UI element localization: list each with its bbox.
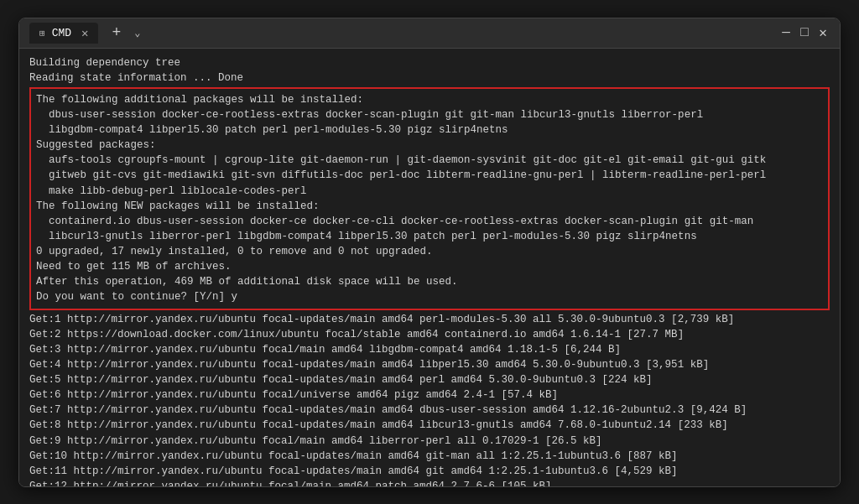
download-line: Get:3 http://mirror.yandex.ru/ubuntu foc… <box>29 342 830 357</box>
pre-box-lines: Building dependency tree Reading state i… <box>29 55 830 86</box>
tab-title: CMD <box>52 27 71 39</box>
box-line: The following NEW packages will be insta… <box>36 199 823 214</box>
box-line: containerd.io dbus-user-session docker-c… <box>36 214 823 229</box>
download-line: Get:8 http://mirror.yandex.ru/ubuntu foc… <box>29 418 830 433</box>
line-2: Reading state information ... Done <box>29 70 830 86</box>
download-line: Get:10 http://mirror.yandex.ru/ubuntu fo… <box>29 449 830 464</box>
box-line: 0 upgraded, 17 newly installed, 0 to rem… <box>36 244 823 259</box>
window-controls: — □ ✕ <box>779 28 830 38</box>
tab-close-button[interactable]: ✕ <box>81 26 88 40</box>
titlebar: ⊞ CMD ✕ + ⌄ — □ ✕ <box>19 18 840 49</box>
download-line: Get:2 https://download.docker.com/linux/… <box>29 327 830 342</box>
download-line: Get:9 http://mirror.yandex.ru/ubuntu foc… <box>29 434 830 449</box>
box-line: The following additional packages will b… <box>36 92 823 107</box>
download-line: Get:6 http://mirror.yandex.ru/ubuntu foc… <box>29 387 830 403</box>
box-line: aufs-tools cgroupfs-mount | cgroup-lite … <box>36 153 823 168</box>
download-line: Get:1 http://mirror.yandex.ru/ubuntu foc… <box>29 312 830 327</box>
box-line: Need to get 115 MB of archives. <box>36 259 823 274</box>
download-line: Get:11 http://mirror.yandex.ru/ubuntu fo… <box>29 464 830 479</box>
box-line: libcurl3-gnutls liberror-perl libgdbm-co… <box>36 229 823 244</box>
download-line: Get:5 http://mirror.yandex.ru/ubuntu foc… <box>29 372 830 387</box>
terminal-window: ⊞ CMD ✕ + ⌄ — □ ✕ Building dependency tr… <box>18 18 841 487</box>
close-button[interactable]: ✕ <box>816 28 830 38</box>
tab-dropdown-button[interactable]: ⌄ <box>134 27 140 39</box>
package-info-box: The following additional packages will b… <box>29 87 830 310</box>
line-1: Building dependency tree <box>29 55 830 70</box>
download-line: Get:4 http://mirror.yandex.ru/ubuntu foc… <box>29 357 830 372</box>
box-line: dbus-user-session docker-ce-rootless-ext… <box>36 107 823 122</box>
box-line: libgdbm-compat4 libperl5.30 patch perl p… <box>36 122 823 138</box>
box-line: gitweb git-cvs git-mediawiki git-svn dif… <box>36 168 823 183</box>
minimize-button[interactable]: — <box>779 28 793 38</box>
active-tab[interactable]: ⊞ CMD ✕ <box>29 23 98 44</box>
download-lines: Get:1 http://mirror.yandex.ru/ubuntu foc… <box>29 312 830 486</box>
new-tab-button[interactable]: + <box>107 24 126 41</box>
terminal-body: Building dependency tree Reading state i… <box>19 49 840 486</box>
box-line: make libb-debug-perl liblocale-codes-per… <box>36 184 823 199</box>
box-lines: The following additional packages will b… <box>36 92 823 305</box>
download-line: Get:12 http://mirror.yandex.ru/ubuntu fo… <box>29 479 830 486</box>
box-line: Do you want to continue? [Y/n] y <box>36 289 823 304</box>
box-line: Suggested packages: <box>36 138 823 153</box>
terminal-icon: ⊞ <box>39 28 45 39</box>
download-line: Get:7 http://mirror.yandex.ru/ubuntu foc… <box>29 403 830 418</box>
maximize-button[interactable]: □ <box>798 28 811 38</box>
box-line: After this operation, 469 MB of addition… <box>36 274 823 289</box>
